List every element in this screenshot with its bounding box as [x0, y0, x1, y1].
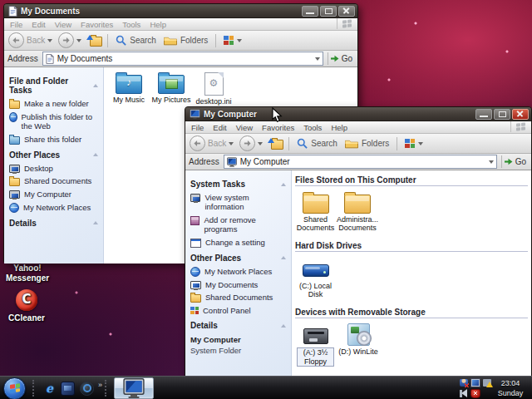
search-icon [297, 138, 308, 149]
menu-edit[interactable]: Edit [32, 20, 45, 29]
group-header-files-stored: Files Stored on This Computer [295, 174, 528, 186]
search-button[interactable]: Search [113, 35, 159, 46]
task-make-new-folder[interactable]: Make a new folder [9, 99, 98, 109]
network-warning-tray-icon[interactable] [483, 379, 491, 387]
menu-view[interactable]: View [55, 20, 71, 29]
go-button[interactable]: Go [501, 155, 528, 168]
my-computer-icon [190, 109, 200, 120]
place-control-panel[interactable]: Control Panel [190, 306, 286, 315]
folders-button[interactable]: Folders [161, 35, 210, 46]
start-button[interactable] [3, 377, 26, 399]
address-input[interactable]: My Documents [42, 52, 323, 66]
place-desktop[interactable]: Desktop [9, 164, 98, 173]
task-change-a-setting[interactable]: Change a setting [190, 238, 286, 248]
task-view-system-information[interactable]: View system information [190, 193, 286, 212]
place-my-network-places[interactable]: My Network Places [190, 267, 286, 277]
task-share-folder[interactable]: Share this folder [9, 135, 98, 145]
forward-dropdown-icon[interactable] [76, 39, 81, 42]
up-button[interactable] [269, 138, 283, 150]
my-computer-icon [9, 190, 20, 199]
change-setting-icon [190, 239, 201, 248]
back-dropdown-icon[interactable] [229, 142, 234, 145]
views-button[interactable] [221, 36, 244, 45]
search-icon [116, 35, 126, 46]
folders-icon [164, 35, 177, 46]
taskbar-button-my-computer[interactable] [114, 377, 154, 399]
go-button[interactable]: Go [328, 52, 354, 65]
close-button[interactable] [512, 109, 529, 120]
section-header-file-folder-tasks[interactable]: File and Folder Tasks [9, 76, 98, 95]
section-header-other-places[interactable]: Other Places [190, 254, 286, 263]
drive-a-floppy[interactable]: (A:) 3½ Floppy [297, 323, 334, 367]
maximize-button[interactable] [320, 6, 337, 17]
desktop-icon-ccleaner[interactable]: C CCleaner [0, 289, 53, 323]
file-desktop-ini[interactable]: ⚙ desktop.ini [194, 71, 234, 106]
drive-c-local-disk[interactable]: (C:) Local Disk [297, 256, 334, 299]
back-button[interactable] [190, 135, 205, 151]
place-my-computer[interactable]: My Computer [9, 190, 98, 199]
drive-d-winlite[interactable]: (D:) WinLite [337, 323, 380, 356]
quick-launch-overflow[interactable]: » [98, 381, 102, 389]
file-my-music[interactable]: ♪ My Music [109, 71, 149, 104]
section-header-system-tasks[interactable]: System Tasks [190, 180, 286, 189]
address-value: My Computer [240, 157, 290, 166]
address-dropdown-icon[interactable] [489, 160, 494, 164]
menu-help[interactable]: Help [331, 123, 347, 132]
search-button[interactable]: Search [294, 138, 340, 149]
menu-file[interactable]: File [10, 20, 22, 29]
folder-icon [9, 101, 20, 109]
display-tray-icon[interactable] [470, 378, 480, 387]
menu-view[interactable]: View [236, 123, 253, 132]
taskbar-clock[interactable]: 23:04 Sunday [495, 378, 529, 398]
minimize-button[interactable] [475, 109, 492, 120]
menu-file[interactable]: File [191, 123, 204, 132]
folder-administrator-documents[interactable]: Administra... Documents [337, 190, 378, 233]
maximize-button[interactable] [494, 109, 510, 120]
go-arrow-icon [330, 55, 339, 62]
section-header-details[interactable]: Details [190, 321, 286, 330]
yahoo-messenger-tray-icon[interactable] [460, 379, 468, 387]
menu-favorites[interactable]: Favorites [81, 20, 113, 29]
place-shared-documents[interactable]: Shared Documents [190, 293, 286, 303]
file-my-pictures[interactable]: My Pictures [151, 71, 191, 104]
task-add-remove-programs[interactable]: Add or remove programs [190, 215, 286, 234]
title-bar[interactable]: My Documents [4, 4, 357, 18]
menu-edit[interactable]: Edit [213, 123, 226, 132]
title-bar[interactable]: My Computer [185, 107, 531, 121]
tile-label: (C:) Local Disk [297, 282, 334, 299]
menu-help[interactable]: Help [150, 20, 166, 29]
volume-tray-icon[interactable] [460, 390, 468, 397]
security-alert-tray-icon[interactable] [470, 389, 480, 398]
task-panel: System Tasks View system information Add… [185, 170, 292, 379]
place-my-documents[interactable]: My Documents [190, 280, 286, 289]
menu-tools[interactable]: Tools [303, 123, 322, 132]
expand-icon [93, 221, 98, 224]
document-icon [46, 54, 54, 64]
section-header-other-places[interactable]: Other Places [9, 150, 98, 160]
address-input[interactable]: My Computer [224, 155, 497, 169]
menu-tools[interactable]: Tools [122, 20, 140, 29]
back-dropdown-icon[interactable] [47, 39, 52, 42]
views-button[interactable] [402, 139, 426, 148]
task-publish-web[interactable]: Publish this folder to the Web [9, 112, 98, 131]
minimize-button[interactable] [302, 6, 318, 17]
document-icon [8, 6, 17, 17]
back-button[interactable] [8, 32, 24, 48]
place-shared-documents[interactable]: Shared Documents [9, 176, 98, 186]
place-my-network-places[interactable]: My Network Places [9, 203, 98, 213]
forward-button[interactable] [239, 135, 255, 151]
section-header-details[interactable]: Details [9, 219, 98, 228]
forward-button[interactable] [58, 32, 74, 48]
internet-explorer-icon[interactable]: e [43, 382, 56, 395]
show-desktop-icon[interactable] [61, 382, 75, 396]
folder-shared-documents[interactable]: Shared Documents [297, 190, 334, 233]
menu-favorites[interactable]: Favorites [262, 123, 294, 132]
address-dropdown-icon[interactable] [315, 57, 320, 61]
folders-button[interactable]: Folders [342, 138, 392, 149]
media-player-icon[interactable] [80, 382, 94, 396]
forward-dropdown-icon[interactable] [258, 142, 263, 145]
close-button[interactable] [338, 6, 355, 17]
up-button[interactable] [88, 35, 102, 47]
clock-time: 23:04 [495, 378, 526, 388]
desktop-icon-yahoo-messenger[interactable]: Yahoo! Messenger [1, 264, 54, 283]
